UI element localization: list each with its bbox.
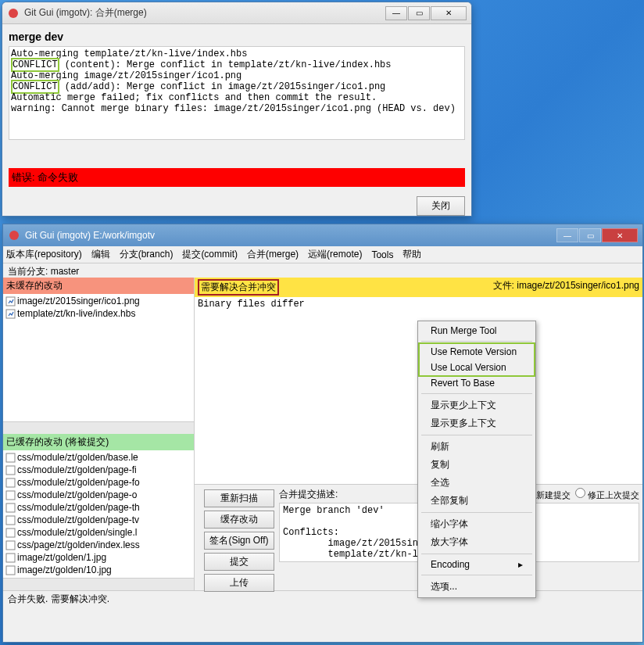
merge-dialog-window: Git Gui (imgotv): 合并(merge) — ▭ ✕ merge … [2,2,472,217]
list-item[interactable]: image/zt/golden/10.jpg [3,564,194,576]
list-item[interactable]: css/module/zt/golden/base.le [3,451,194,464]
close-button[interactable]: 关闭 [417,196,465,216]
main-window-title: Git Gui (imgotv) E:/work/imgotv [25,230,556,241]
list-item[interactable]: css/page/zt/golden/index.less [3,539,194,551]
separator [421,435,532,435]
file-name: image/zt/golden/1.jpg [17,552,106,563]
file-name: css/module/zt/golden/page-tv [17,514,139,525]
list-item[interactable]: css/module/zt/golden/single.l [3,526,194,539]
main-titlebar: Git Gui (imgotv) E:/work/imgotv — ▭ ✕ [3,224,642,246]
ctx-select-all[interactable]: 全选 [420,474,534,492]
unstaged-header: 未缓存的改动 [3,278,194,294]
radio-amend-commit[interactable]: 修正上次提交 [575,488,639,501]
menu-merge[interactable]: 合并(merge) [247,248,299,261]
file-name: template/zt/kn-live/index.hbs [17,308,135,319]
file-icon [5,553,16,563]
ctx-copy[interactable]: 复制 [420,456,534,474]
unstaged-file-list: image/zt/2015singer/ico1.pngtemplate/zt/… [3,294,194,421]
list-item[interactable]: image/zt/golden/1.jpg [3,551,194,564]
ctx-bigger-font[interactable]: 放大字体 [420,533,534,551]
rescan-button[interactable]: 重新扫描 [204,489,274,507]
list-item[interactable]: css/module/zt/golden/page-tv [3,514,194,526]
main-gitgui-window: Git Gui (imgotv) E:/work/imgotv — ▭ ✕ 版本… [2,224,643,643]
file-icon [5,453,16,463]
ctx-use-local[interactable]: Use Local Version [420,360,534,375]
file-name: image/zt/golden/11.jpg [17,577,112,578]
ctx-options[interactable]: 选项... [420,578,534,596]
svg-rect-4 [6,453,15,462]
list-item[interactable]: css/module/zt/golden/page-th [3,501,194,514]
minimize-button[interactable]: — [556,228,578,242]
svg-rect-11 [6,541,15,550]
conflict-header-bar: 需要解决合并冲突 文件: image/zt/2015singer/ico1.pn… [195,278,642,297]
svg-rect-13 [6,566,15,575]
menu-branch[interactable]: 分支(branch) [120,248,174,261]
file-name: image/zt/golden/10.jpg [17,564,112,575]
close-window-button[interactable]: ✕ [602,228,638,242]
ctx-refresh[interactable]: 刷新 [420,438,534,456]
svg-point-0 [9,9,18,18]
ctx-encoding[interactable]: Encoding ▸ [420,557,534,572]
file-icon [5,296,16,306]
svg-rect-5 [6,466,15,475]
scrollbar[interactable] [3,578,194,590]
file-icon [5,465,16,475]
menu-commit[interactable]: 提交(commit) [182,248,238,261]
statusbar: 合并失败. 需要解决冲突. [3,590,642,604]
staged-file-list: css/module/zt/golden/base.lecss/module/z… [3,450,194,578]
ctx-run-merge-tool[interactable]: Run Merge Tool [420,323,534,339]
separator [421,575,532,575]
scrollbar[interactable] [3,421,194,434]
highlighted-remote-local: Use Remote Version Use Local Version [418,342,535,377]
file-icon [5,540,16,550]
close-window-button[interactable]: ✕ [431,6,467,20]
menu-edit[interactable]: 编辑 [91,248,110,261]
file-icon [5,565,16,575]
menu-repository[interactable]: 版本库(repository) [6,248,82,261]
context-menu: Run Merge Tool Use Remote Version Use Lo… [417,321,536,598]
menu-tools[interactable]: Tools [371,249,393,260]
svg-rect-10 [6,529,15,537]
diff-text: Binary files differ [198,299,305,310]
signoff-button[interactable]: 签名(Sign Off) [204,532,274,550]
chevron-right-icon: ▸ [518,559,523,570]
ctx-more-context[interactable]: 显示更多上下文 [420,414,534,432]
file-name: css/module/zt/golden/page-o [17,489,137,500]
maximize-button[interactable]: ▭ [579,228,601,242]
svg-rect-8 [6,503,15,512]
file-label: 文件: [493,280,514,291]
push-button[interactable]: 上传 [204,574,274,592]
list-item[interactable]: template/zt/kn-live/index.hbs [3,307,194,320]
minimize-button[interactable]: — [385,6,407,20]
list-item[interactable]: image/zt/golden/11.jpg [3,576,194,578]
svg-rect-6 [6,478,15,487]
ctx-use-remote[interactable]: Use Remote Version [420,344,534,360]
menu-remote[interactable]: 远端(remote) [308,248,362,261]
list-item[interactable]: css/module/zt/golden/page-fi [3,464,194,476]
ctx-revert-base[interactable]: Revert To Base [420,375,534,391]
menubar: 版本库(repository) 编辑 分支(branch) 提交(commit)… [3,246,642,263]
need-resolve-label: 需要解决合并冲突 [198,279,279,296]
ctx-less-context[interactable]: 显示更少上下文 [420,396,534,414]
maximize-button[interactable]: ▭ [408,6,430,20]
conflict-file-path: image/zt/2015singer/ico1.png [517,280,639,291]
stage-button[interactable]: 缓存改动 [204,511,274,529]
file-name: css/module/zt/golden/page-th [17,502,140,513]
svg-rect-7 [6,491,15,500]
list-item[interactable]: css/module/zt/golden/page-o [3,489,194,501]
ctx-copy-all[interactable]: 全部复制 [420,492,534,510]
file-icon [5,490,16,500]
list-item[interactable]: css/module/zt/golden/page-fo [3,476,194,489]
svg-rect-12 [6,554,15,562]
menu-help[interactable]: 帮助 [402,248,421,261]
file-icon [5,515,16,525]
svg-rect-9 [6,516,15,525]
merge-command-title: merge dev [9,30,465,43]
file-name: css/module/zt/golden/page-fi [17,464,137,475]
file-name: image/zt/2015singer/ico1.png [17,296,140,306]
separator [421,341,532,342]
commit-button[interactable]: 提交 [204,553,274,571]
list-item[interactable]: image/zt/2015singer/ico1.png [3,295,194,307]
error-bar: 错误: 命令失败 [9,168,465,187]
ctx-smaller-font[interactable]: 缩小字体 [420,515,534,533]
